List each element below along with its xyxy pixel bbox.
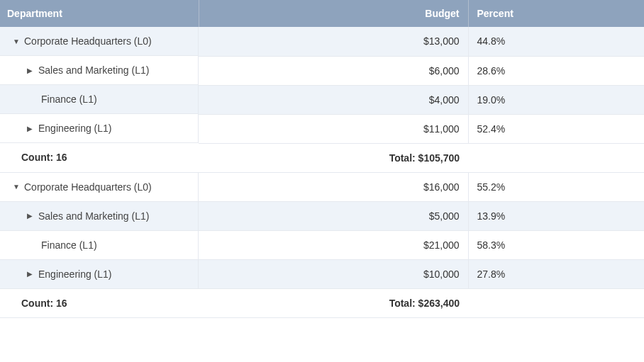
header-budget[interactable]: Budget [199, 0, 468, 27]
table-header: Department Budget Percent [0, 0, 644, 27]
chevron-right-icon[interactable]: ▶ [27, 212, 35, 220]
department-label: Finance (L1) [41, 239, 97, 251]
percent-cell: 52.4% [468, 114, 644, 143]
count-label: Count: 16 [0, 289, 199, 318]
percent-cell: 55.2% [468, 172, 644, 202]
chevron-right-icon[interactable]: ▶ [27, 270, 35, 278]
group-header-row[interactable]: ▼ Corporate Headquarters (L0) $13,000 44… [0, 27, 644, 56]
chevron-right-icon[interactable]: ▶ [27, 67, 35, 74]
department-label: Sales and Marketing (L1) [38, 64, 149, 76]
header-percent[interactable]: Percent [468, 0, 644, 27]
budget-cell: $5,000 [199, 202, 468, 231]
table-row[interactable]: Finance (L1) $21,000 58.3% [0, 231, 644, 260]
table-row[interactable]: ▶ Engineering (L1) $11,000 52.4% [0, 114, 644, 143]
percent-cell: 13.9% [468, 202, 644, 231]
group-summary-row: Count: 16 Total: $263,400 [0, 289, 644, 318]
department-label: Corporate Headquarters (L0) [24, 181, 152, 193]
table-row[interactable]: ▶ Engineering (L1) $10,000 27.8% [0, 260, 644, 289]
department-label: Sales and Marketing (L1) [38, 210, 149, 222]
group-header-row[interactable]: ▼ Corporate Headquarters (L0) $16,000 55… [0, 172, 644, 202]
chevron-down-icon[interactable]: ▼ [13, 38, 21, 45]
total-label: Total: $105,700 [199, 143, 468, 172]
chevron-right-icon[interactable]: ▶ [27, 125, 35, 132]
chevron-down-icon[interactable]: ▼ [13, 183, 21, 191]
table-row[interactable]: ▶ Sales and Marketing (L1) $6,000 28.6% [0, 56, 644, 85]
empty-cell [468, 143, 644, 172]
budget-cell: $6,000 [199, 56, 468, 85]
empty-cell [468, 289, 644, 318]
group-summary-row: Count: 16 Total: $105,700 [0, 143, 644, 172]
department-label: Corporate Headquarters (L0) [24, 35, 152, 47]
budget-cell: $4,000 [199, 85, 468, 114]
budget-cell: $21,000 [199, 231, 468, 260]
budget-cell: $11,000 [199, 114, 468, 143]
table-row[interactable]: ▶ Sales and Marketing (L1) $5,000 13.9% [0, 202, 644, 231]
percent-cell: 58.3% [468, 231, 644, 260]
budget-cell: $10,000 [199, 260, 468, 289]
budget-cell: $13,000 [199, 27, 468, 56]
department-label: Finance (L1) [41, 94, 97, 105]
total-label: Total: $263,400 [199, 289, 468, 318]
table-row[interactable]: Finance (L1) $4,000 19.0% [0, 85, 644, 114]
budget-cell: $16,000 [199, 172, 468, 202]
percent-cell: 19.0% [468, 85, 644, 114]
department-label: Engineering (L1) [38, 123, 112, 134]
percent-cell: 28.6% [468, 56, 644, 85]
tree-table: Department Budget Percent ▼ Corporate He… [0, 0, 644, 318]
department-label: Engineering (L1) [38, 268, 112, 280]
percent-cell: 27.8% [468, 260, 644, 289]
header-department[interactable]: Department [0, 0, 199, 27]
percent-cell: 44.8% [468, 27, 644, 56]
count-label: Count: 16 [0, 143, 199, 172]
